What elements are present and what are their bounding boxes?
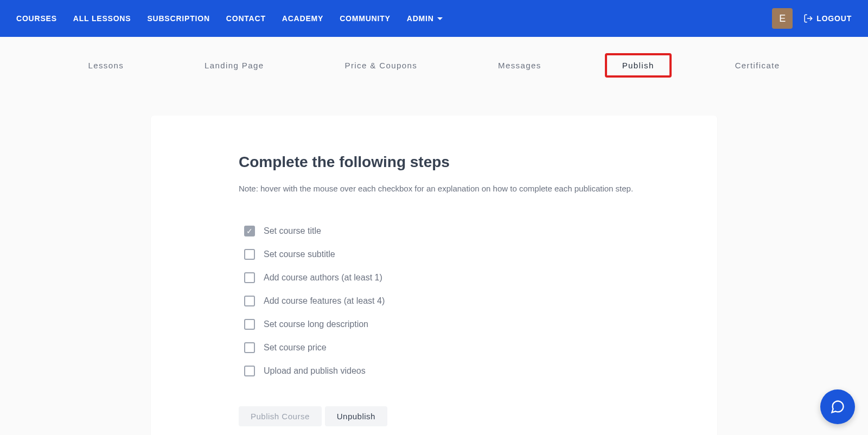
check-item-features[interactable]: Add course features (at least 4) [244, 296, 717, 306]
page-title: Complete the following steps [239, 153, 717, 171]
content-area: Complete the following steps Note: hover… [0, 88, 868, 435]
publish-course-button[interactable]: Publish Course [239, 406, 322, 426]
help-fab[interactable] [820, 389, 855, 424]
checkbox-icon [244, 296, 255, 306]
chat-icon [830, 399, 845, 414]
checklist: ✓ Set course title Set course subtitle A… [239, 226, 717, 376]
nav-all-lessons[interactable]: ALL LESSONS [73, 14, 131, 23]
checkbox-icon [244, 319, 255, 330]
checkbox-icon: ✓ [244, 226, 255, 236]
logout-button[interactable]: LOGOUT [803, 14, 852, 23]
sub-tabs: Lessons Landing Page Price & Coupons Mes… [0, 37, 868, 88]
page-note: Note: hover with the mouse over each che… [239, 184, 717, 193]
tab-price-coupons[interactable]: Price & Coupons [327, 53, 435, 78]
check-item-price[interactable]: Set course price [244, 342, 717, 353]
nav-admin-label: ADMIN [407, 14, 434, 23]
unpublish-button[interactable]: Unpublish [325, 406, 387, 426]
nav-courses[interactable]: COURSES [16, 14, 57, 23]
tab-messages[interactable]: Messages [481, 53, 559, 78]
check-label: Set course long description [264, 319, 368, 329]
publish-card: Complete the following steps Note: hover… [151, 116, 717, 435]
tab-lessons[interactable]: Lessons [71, 53, 141, 78]
check-label: Add course features (at least 4) [264, 296, 385, 306]
check-label: Set course subtitle [264, 250, 335, 259]
nav-contact[interactable]: CONTACT [226, 14, 266, 23]
checkbox-icon [244, 366, 255, 376]
check-item-description[interactable]: Set course long description [244, 319, 717, 330]
check-item-subtitle[interactable]: Set course subtitle [244, 249, 717, 260]
nav-right: E LOGOUT [772, 8, 852, 29]
action-buttons: Publish Course Unpublish [239, 406, 717, 426]
tab-certificate[interactable]: Certificate [718, 53, 797, 78]
avatar[interactable]: E [772, 8, 793, 29]
tab-landing-page[interactable]: Landing Page [187, 53, 281, 78]
checkbox-icon [244, 342, 255, 353]
check-label: Upload and publish videos [264, 366, 366, 376]
nav-subscription[interactable]: SUBSCRIPTION [147, 14, 209, 23]
checkbox-icon [244, 272, 255, 283]
check-label: Set course title [264, 226, 321, 236]
checkbox-icon [244, 249, 255, 260]
check-item-authors[interactable]: Add course authors (at least 1) [244, 272, 717, 283]
nav-left: COURSES ALL LESSONS SUBSCRIPTION CONTACT… [16, 14, 443, 23]
nav-academy[interactable]: ACADEMY [282, 14, 323, 23]
check-label: Add course authors (at least 1) [264, 273, 382, 283]
logout-icon [803, 14, 813, 23]
caret-down-icon [437, 17, 443, 20]
logout-label: LOGOUT [816, 14, 852, 23]
card-inner: Complete the following steps Note: hover… [151, 153, 717, 426]
check-item-title[interactable]: ✓ Set course title [244, 226, 717, 236]
nav-community[interactable]: COMMUNITY [340, 14, 391, 23]
check-item-videos[interactable]: Upload and publish videos [244, 366, 717, 376]
check-label: Set course price [264, 343, 327, 353]
nav-admin[interactable]: ADMIN [407, 14, 443, 23]
tab-publish[interactable]: Publish [605, 53, 672, 78]
top-nav: COURSES ALL LESSONS SUBSCRIPTION CONTACT… [0, 0, 868, 37]
